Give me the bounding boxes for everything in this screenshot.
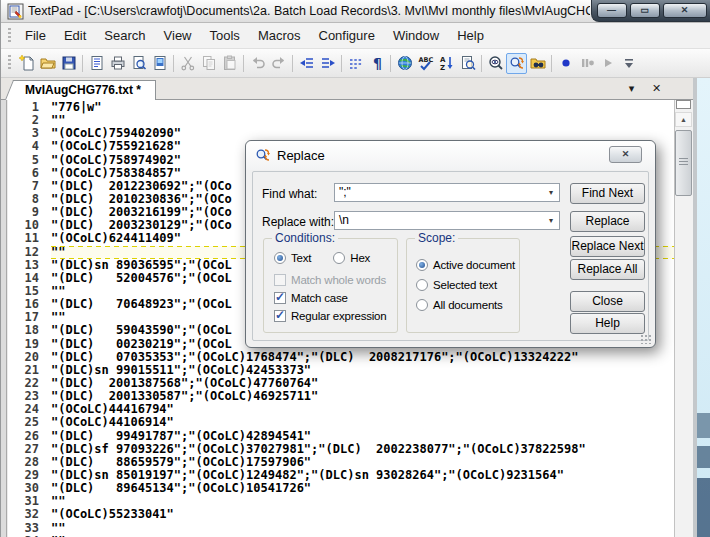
toolbar-overflow-button[interactable] (618, 53, 639, 74)
toolbar-separator (481, 55, 482, 72)
menu-file[interactable]: File (16, 23, 55, 48)
menu-view[interactable]: View (155, 23, 201, 48)
match-case-checkbox[interactable] (274, 292, 286, 304)
scope-all-documents-label: All documents (433, 299, 503, 311)
preview-icon (131, 55, 147, 71)
document-properties-button[interactable] (86, 53, 107, 74)
sort-icon (439, 55, 455, 71)
toolbar-separator (341, 55, 342, 72)
menu-configure[interactable]: Configure (310, 23, 384, 48)
replace-dropdown-arrow-icon[interactable]: ▾ (543, 212, 559, 229)
record-macro-button[interactable] (555, 53, 576, 74)
open-document-button[interactable] (37, 53, 58, 74)
cut-button[interactable] (177, 53, 198, 74)
unindent-button[interactable] (296, 53, 317, 74)
line-number: 28 (8, 456, 39, 469)
indent-button[interactable] (317, 53, 338, 74)
line-number: 13 (8, 259, 39, 272)
play-macro-button[interactable] (597, 53, 618, 74)
document-view-button[interactable] (149, 53, 170, 74)
line-text[interactable]: "(OCoLC)55233041" (51, 508, 674, 521)
scrollbar-thumb[interactable] (675, 130, 692, 196)
line-number: 21 (8, 364, 39, 377)
editor-line: 26"(DLC) 99491787";"(OCoLC)42894541" (8, 430, 674, 443)
editor-line: 28"(DLC) 88659579";"(OCoLC)17597906" (8, 456, 674, 469)
scope-active-document-radio[interactable] (416, 259, 428, 271)
line-text[interactable]: "(DLC) 88659579";"(OCoLC)17597906" (51, 456, 674, 469)
formatting-marks-button[interactable] (366, 53, 387, 74)
line-text[interactable]: "(DLC) 89645134";"(OCoLC)10541726" (51, 482, 674, 495)
line-number: 11 (8, 232, 39, 245)
regular-expression-checkbox[interactable] (274, 310, 286, 322)
open-icon (40, 55, 56, 71)
scope-selected-text-radio[interactable] (416, 279, 428, 291)
editor-left-frame (1, 100, 7, 537)
find-dropdown-arrow-icon[interactable]: ▾ (543, 184, 559, 201)
scroll-up-arrow[interactable]: ▲ (675, 112, 692, 127)
paste-button[interactable] (219, 53, 240, 74)
line-text[interactable]: "(DLC)sf 97093226";"(OCoLC)37027981";"(D… (51, 443, 674, 456)
maximize-button[interactable]: ▭ (630, 3, 660, 18)
tab-close-icon[interactable]: ✕ (650, 82, 663, 95)
replace-with-value[interactable]: \n (335, 212, 543, 229)
find-what-combobox[interactable]: ";" ▾ (334, 183, 560, 202)
replace-with-combobox[interactable]: \n ▾ (334, 211, 560, 230)
play-icon (600, 55, 616, 71)
line-number: 25 (8, 416, 39, 429)
spell-check-button[interactable] (415, 53, 436, 74)
tab-active-document[interactable]: MvIAugCHG776.txt * (15, 80, 156, 100)
menu-edit[interactable]: Edit (55, 23, 95, 48)
find-what-value[interactable]: ";" (335, 184, 543, 201)
match-whole-words-checkbox[interactable] (274, 274, 286, 286)
redo-icon (271, 55, 287, 71)
find-in-files-button[interactable] (527, 53, 548, 74)
menu-window[interactable]: Window (384, 23, 448, 48)
dialog-resize-grip[interactable] (640, 334, 651, 344)
word-wrap-button[interactable] (345, 53, 366, 74)
condition-hex-radio[interactable] (333, 252, 345, 264)
minimize-button[interactable]: — (597, 3, 627, 18)
undo-button[interactable] (247, 53, 268, 74)
line-number: 20 (8, 351, 39, 364)
tab-list-dropdown-icon[interactable]: ▾ (625, 82, 638, 95)
redo-button[interactable] (268, 53, 289, 74)
print-preview-button[interactable] (128, 53, 149, 74)
print-icon (110, 55, 126, 71)
line-text[interactable]: "(DLC)sn 99015511";"(OCoLC)42453373" (51, 364, 674, 377)
find-button[interactable] (457, 53, 478, 74)
pause-macro-button[interactable] (576, 53, 597, 74)
help-button[interactable]: Help (570, 313, 645, 334)
menubar-grip-handle[interactable] (8, 28, 11, 44)
toolbar-grip-handle[interactable] (8, 55, 11, 71)
menu-tools[interactable]: Tools (201, 23, 249, 48)
line-text[interactable]: "776|w" (51, 101, 674, 114)
replace-all-button[interactable]: Replace All (570, 259, 645, 280)
line-text[interactable]: "(DLC) 07035353";"(OCoLC)1768474";"(DLC)… (51, 351, 674, 364)
find-next-button[interactable]: Find Next (570, 183, 645, 204)
line-text[interactable]: "(DLC) 99491787";"(OCoLC)42894541" (51, 430, 674, 443)
search-view-button[interactable] (485, 53, 506, 74)
line-number: 5 (8, 154, 39, 167)
dialog-close-button[interactable]: ✕ (609, 146, 642, 163)
scope-all-documents-radio[interactable] (416, 299, 428, 311)
save-button[interactable] (58, 53, 79, 74)
condition-text-radio[interactable] (274, 252, 286, 264)
menu-help[interactable]: Help (448, 23, 493, 48)
split-window-handle[interactable] (676, 100, 691, 109)
replace-next-button[interactable]: Replace Next (570, 236, 645, 257)
close-button[interactable]: Close (570, 291, 645, 312)
print-button[interactable] (107, 53, 128, 74)
new-document-button[interactable] (16, 53, 37, 74)
toolbar-separator (390, 55, 391, 72)
replace-toolbar-button[interactable] (506, 53, 527, 74)
sort-button[interactable] (436, 53, 457, 74)
web-browser-button[interactable] (394, 53, 415, 74)
close-window-button[interactable]: ✕ (663, 3, 707, 18)
record-icon (558, 55, 574, 71)
replace-button[interactable]: Replace (570, 211, 645, 232)
line-text[interactable]: "(OCoLC)44106914" (51, 416, 674, 429)
menu-search[interactable]: Search (95, 23, 154, 48)
menu-macros[interactable]: Macros (249, 23, 310, 48)
copy-button[interactable] (198, 53, 219, 74)
line-text[interactable]: "" (51, 522, 674, 535)
